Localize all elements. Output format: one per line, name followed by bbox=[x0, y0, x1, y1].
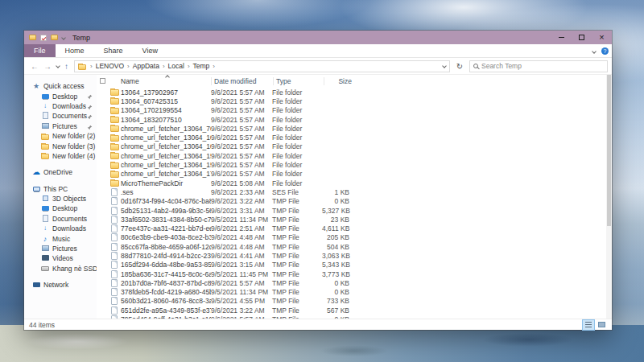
column-header-size[interactable]: Size bbox=[324, 77, 355, 85]
sidebar-item-videos[interactable]: Videos bbox=[24, 253, 97, 263]
details-view-button[interactable] bbox=[583, 320, 594, 330]
file-row[interactable]: 13064_1379029679/6/2021 5:57 AMFile fold… bbox=[97, 88, 612, 97]
star-icon: ★ bbox=[32, 82, 40, 90]
folder-icon bbox=[110, 108, 119, 114]
help-icon[interactable]: ? bbox=[601, 47, 609, 55]
search-input[interactable] bbox=[481, 62, 604, 70]
file-row[interactable]: 560b3d21-8060-4676-8cc8-3adfa5466...9/5/… bbox=[97, 297, 612, 306]
file-date-modified: 9/6/2021 5:57 AM bbox=[211, 97, 272, 105]
qat-properties-icon[interactable] bbox=[40, 35, 47, 41]
vertical-scrollbar[interactable] bbox=[606, 75, 612, 319]
sidebar-item-label: This PC bbox=[43, 185, 68, 193]
folder-icon bbox=[41, 144, 49, 150]
file-row[interactable]: 77ee437c-aa31-4221-bb7d-eeeb592a...9/6/2… bbox=[97, 224, 612, 232]
file-row[interactable]: chrome_url_fetcher_13064_15618534399/6/2… bbox=[97, 160, 612, 169]
file-row[interactable]: chrome_url_fetcher_13064_17869929269/6/2… bbox=[97, 170, 612, 179]
file-name: chrome_url_fetcher_13064_1093718344 bbox=[121, 142, 211, 150]
minimize-button[interactable] bbox=[551, 31, 572, 44]
sidebar-item-desktop[interactable]: Desktop bbox=[24, 91, 97, 101]
file-row[interactable]: 13064_6074253159/6/2021 5:57 AMFile fold… bbox=[97, 97, 612, 105]
file-name: 33af6502-3831-4384-8b50-c78cc73f6... bbox=[121, 216, 211, 224]
scrollbar-thumb[interactable] bbox=[607, 75, 611, 226]
breadcrumb-item-lenovo[interactable]: LENOVO bbox=[96, 62, 124, 70]
file-row[interactable]: 33af6502-3831-4384-8b50-c78cc73f6...9/5/… bbox=[97, 215, 612, 224]
sidebar-item-new-folder-2-[interactable]: New folder (2) bbox=[24, 131, 97, 141]
details-view-icon bbox=[585, 322, 592, 327]
file-row[interactable]: 13064_17021995549/6/2021 5:57 AMFile fol… bbox=[97, 106, 612, 115]
sidebar-item-onedrive[interactable]: ☁OneDrive bbox=[24, 167, 97, 177]
recent-locations-chevron-icon[interactable] bbox=[56, 64, 60, 68]
sidebar-item-quick-access[interactable]: ★Quick access bbox=[24, 81, 97, 91]
column-header-date-modified[interactable]: Date modified bbox=[212, 77, 273, 85]
file-row[interactable]: 80c6e3b9-cbe9-403a-8ce2-b3eeb341...9/6/2… bbox=[97, 233, 612, 242]
sidebar-item-label: Videos bbox=[52, 254, 73, 262]
file-name: 5db25131-4ab2-499a-9b3c-56c041eb... bbox=[121, 207, 211, 215]
sidebar-item-pictures[interactable]: Pictures bbox=[24, 244, 97, 253]
file-row[interactable]: 88d77810-24fd-4914-b2cc-236d0f0a6...9/6/… bbox=[97, 251, 612, 260]
file-row[interactable]: 651dd2fe-a95a-4349-853f-e3788fc00...9/6/… bbox=[97, 306, 612, 315]
file-row[interactable]: chrome_url_fetcher_13064_7614657069/6/20… bbox=[97, 124, 612, 133]
ribbon-tab-home[interactable]: Home bbox=[56, 44, 94, 57]
file-row[interactable]: 13064_18320775109/6/2021 5:57 AMFile fol… bbox=[97, 115, 612, 124]
file-row[interactable]: 5db25131-4ab2-499a-9b3c-56c041eb...9/6/2… bbox=[97, 206, 612, 215]
file-row[interactable]: 185ba636-31c7-4415-8c0c-6a7600ae6...9/5/… bbox=[97, 269, 612, 278]
file-name: 185ba636-31c7-4415-8c0c-6a7600ae6... bbox=[121, 270, 211, 278]
qat-new-folder-icon[interactable] bbox=[51, 35, 58, 40]
file-row[interactable]: .ses9/6/2021 2:33 AMSES File1 KB bbox=[97, 187, 612, 196]
search-box[interactable] bbox=[469, 60, 608, 72]
sidebar-item-this-pc[interactable]: This PC bbox=[24, 184, 97, 194]
file-row[interactable]: 165df294-6dda-48be-9a53-852a6882...9/6/2… bbox=[97, 261, 612, 269]
ribbon-tab-file[interactable]: File bbox=[24, 44, 56, 57]
file-date-modified: 9/6/2021 5:57 AM bbox=[211, 142, 272, 150]
breadcrumb-item-temp[interactable]: Temp bbox=[193, 62, 210, 70]
file-row[interactable]: chrome_url_fetcher_13064_10473745249/6/2… bbox=[97, 133, 612, 142]
file-row[interactable]: 85cc67fa-8b8e-4659-a06f-12c977278...9/6/… bbox=[97, 242, 612, 251]
column-header-type[interactable]: Type bbox=[274, 77, 324, 85]
address-dropdown-chevron-icon[interactable] bbox=[442, 64, 447, 68]
sidebar-item-network[interactable]: Network bbox=[24, 280, 97, 290]
up-button[interactable]: ↑ bbox=[64, 62, 68, 71]
maximize-button[interactable] bbox=[572, 31, 592, 44]
sidebar-item-downloads[interactable]: ↓Downloads bbox=[24, 224, 97, 233]
sidebar-item-label: Downloads bbox=[52, 224, 86, 232]
file-row[interactable]: 0d16f734-f994-4c04-876c-ba8fb3a31...9/6/… bbox=[97, 197, 612, 206]
file-type: TMP File bbox=[272, 261, 322, 269]
thumbnails-view-button[interactable] bbox=[596, 320, 607, 330]
sidebar-item-documents[interactable]: Documents bbox=[24, 214, 97, 224]
file-row[interactable]: MicroThemePackDir9/6/2021 5:08 AMFile fo… bbox=[97, 179, 612, 187]
titlebar[interactable]: Temp × bbox=[24, 31, 612, 44]
file-row[interactable]: 795ad464-9eff-4a31-b3c1-c102aac7d0...9/6… bbox=[97, 315, 612, 319]
address-bar[interactable]: ›LENOVO›AppData›Local›Temp› bbox=[74, 60, 450, 72]
ribbon-tab-share[interactable]: Share bbox=[94, 44, 133, 57]
forward-button[interactable]: → bbox=[43, 62, 52, 71]
sidebar-item-pictures[interactable]: Pictures bbox=[24, 121, 97, 131]
file-type: TMP File bbox=[272, 252, 322, 260]
sidebar-item-new-folder-3-[interactable]: New folder (3) bbox=[24, 141, 97, 150]
sidebar-item-3d-objects[interactable]: 3D Objects bbox=[24, 194, 97, 204]
back-button[interactable]: ← bbox=[31, 62, 39, 71]
folder-icon bbox=[110, 125, 119, 132]
sidebar-item-khang-n-ssd-c-[interactable]: Khang nè SSD (C:) bbox=[24, 264, 97, 274]
ribbon-tab-view[interactable]: View bbox=[133, 44, 167, 57]
file-type: TMP File bbox=[272, 224, 322, 232]
sidebar-item-desktop[interactable]: Desktop bbox=[24, 204, 97, 213]
expand-ribbon-chevron-icon[interactable] bbox=[592, 49, 597, 54]
refresh-button[interactable]: ↻ bbox=[453, 62, 466, 71]
sidebar-item-documents[interactable]: Documents bbox=[24, 111, 97, 121]
sidebar-item-downloads[interactable]: ↓Downloads bbox=[24, 101, 97, 111]
breadcrumb-item-local[interactable]: Local bbox=[168, 62, 184, 70]
select-all-checkbox[interactable] bbox=[100, 78, 105, 84]
sidebar-item-music[interactable]: ♪Music bbox=[24, 233, 97, 243]
file-row[interactable]: 378fdeb5-fcdd-4219-a680-45b3dcbc...9/5/2… bbox=[97, 288, 612, 297]
folder-icon bbox=[110, 98, 119, 105]
close-button[interactable]: × bbox=[592, 31, 612, 44]
file-icon bbox=[111, 270, 118, 278]
folder-icon bbox=[110, 180, 119, 187]
breadcrumb-item-appdata[interactable]: AppData bbox=[133, 62, 159, 70]
sidebar-item-new-folder-4-[interactable]: New folder (4) bbox=[24, 151, 97, 161]
file-type: TMP File bbox=[272, 288, 322, 296]
file-row[interactable]: 201b7d0a-7bf6-4837-87bd-c8d0faa1c...9/6/… bbox=[97, 278, 612, 287]
file-row[interactable]: chrome_url_fetcher_13064_15421858019/6/2… bbox=[97, 151, 612, 160]
qat-customize-chevron-icon[interactable] bbox=[61, 35, 66, 40]
file-row[interactable]: chrome_url_fetcher_13064_10937183449/6/2… bbox=[97, 142, 612, 151]
